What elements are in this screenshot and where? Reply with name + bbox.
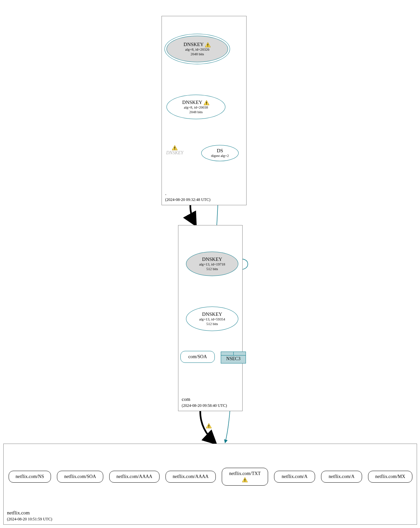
root-ksk-line2: 2048 bits	[191, 52, 204, 56]
node-com-zsk[interactable]: DNSKEY alg=13, id=59354 512 bits	[186, 307, 238, 331]
svg-rect-9	[245, 481, 245, 482]
node-netflix-aaaa-1[interactable]: netflix.com/AAAA	[109, 471, 160, 483]
svg-rect-8	[245, 479, 245, 480]
warning-icon	[172, 145, 178, 150]
node-netflix-mx[interactable]: netflix.com/MX	[368, 471, 412, 483]
delegation-warning-icon	[206, 423, 212, 430]
com-zsk-line2: 512 bits	[206, 322, 218, 326]
zone-root-name: .	[165, 191, 166, 196]
com-zsk-title: DNSKEY	[202, 312, 222, 317]
warning-icon	[205, 42, 211, 47]
warning-icon	[242, 477, 248, 482]
zone-com-timestamp: (2024-08-20 09:58:40 UTC)	[182, 403, 227, 408]
netflix-soa-label: netflix.com/SOA	[64, 474, 96, 479]
node-nsec3[interactable]: NSEC3	[221, 352, 246, 363]
netflix-a-2-label: netflix.com/A	[329, 474, 354, 479]
netflix-mx-label: netflix.com/MX	[375, 474, 405, 479]
node-root-zsk[interactable]: DNSKEY alg=8, id=20038 2048 bits	[166, 95, 225, 119]
zone-leaf-timestamp: (2024-08-20 10:51:59 UTC)	[7, 517, 52, 522]
svg-rect-2	[207, 102, 207, 103]
ds-title: DS	[217, 148, 223, 154]
com-zsk-line1: alg=13, id=59354	[199, 317, 225, 321]
node-netflix-a-1[interactable]: netflix.com/A	[274, 471, 315, 483]
svg-rect-5	[174, 149, 175, 150]
node-netflix-a-2[interactable]: netflix.com/A	[321, 471, 362, 483]
svg-rect-1	[208, 46, 209, 47]
zone-leaf: netflix.com (2024-08-20 10:51:59 UTC)	[3, 444, 417, 525]
svg-rect-6	[209, 425, 209, 426]
ghost-dnskey-label: DNSKEY	[166, 150, 183, 156]
com-ksk-title: DNSKEY	[202, 257, 222, 262]
edge-root-to-com-delegation	[190, 205, 195, 224]
node-com-soa[interactable]: com/SOA	[180, 351, 215, 363]
com-soa-title: com/SOA	[188, 354, 207, 360]
root-zsk-line1: alg=8, id=20038	[184, 105, 208, 110]
root-ksk-line1: alg=8, id=20326	[185, 47, 210, 52]
nsec3-title: NSEC3	[221, 356, 246, 362]
warning-icon	[206, 423, 212, 428]
node-root-ksk[interactable]: DNSKEY alg=8, id=20326 2048 bits	[166, 36, 228, 62]
node-ghost-dnskey[interactable]: DNSKEY	[166, 145, 183, 156]
node-netflix-soa[interactable]: netflix.com/SOA	[57, 471, 103, 483]
root-zsk-line2: 2048 bits	[189, 110, 203, 114]
zone-com-name: com	[182, 397, 190, 402]
node-com-ksk[interactable]: DNSKEY alg=13, id=19718 512 bits	[186, 252, 238, 276]
netflix-aaaa-2-label: netflix.com/AAAA	[173, 474, 209, 479]
svg-rect-3	[207, 104, 207, 105]
netflix-aaaa-1-label: netflix.com/AAAA	[117, 474, 152, 479]
root-ksk-title: DNSKEY	[184, 42, 204, 47]
svg-rect-4	[174, 147, 175, 148]
svg-rect-0	[208, 44, 209, 45]
netflix-txt-label: netflix.com/TXT	[229, 471, 260, 476]
ds-line1: digest alg=2	[211, 154, 229, 158]
com-ksk-line2: 512 bits	[206, 267, 218, 271]
root-zsk-title: DNSKEY	[182, 100, 203, 105]
warning-icon	[204, 100, 210, 105]
node-ds[interactable]: DS digest alg=2	[201, 145, 239, 161]
node-netflix-aaaa-2[interactable]: netflix.com/AAAA	[165, 471, 216, 483]
dnssec-graph-canvas: . (2024-08-20 09:32:48 UTC) DNSKEY alg=8…	[0, 0, 420, 528]
com-ksk-line1: alg=13, id=19718	[199, 262, 225, 266]
zone-root-timestamp: (2024-08-20 09:32:48 UTC)	[165, 197, 210, 202]
zone-leaf-name: netflix.com	[7, 510, 30, 516]
netflix-a-1-label: netflix.com/A	[282, 474, 307, 479]
node-netflix-txt[interactable]: netflix.com/TXT	[222, 468, 268, 486]
node-netflix-ns[interactable]: netflix.com/NS	[9, 471, 51, 483]
svg-rect-7	[209, 427, 209, 428]
netflix-ns-label: netflix.com/NS	[16, 474, 44, 479]
